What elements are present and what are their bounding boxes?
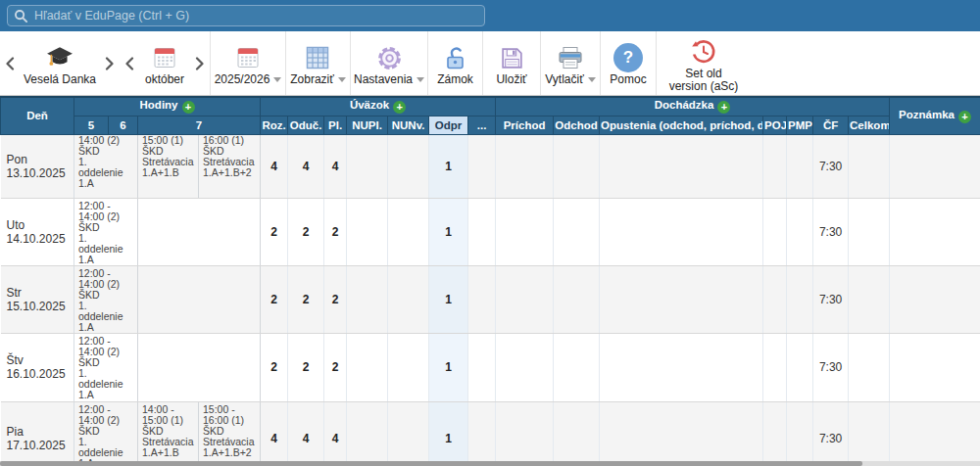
cell-prichod[interactable] [496, 401, 554, 466]
cell-more[interactable] [468, 401, 496, 466]
cell-cf[interactable]: 7:30 [813, 333, 849, 401]
cell-odpr[interactable]: 1 [429, 198, 468, 265]
cell-pmp[interactable] [787, 333, 813, 401]
cell-pl[interactable]: 2 [324, 265, 347, 333]
cell-poj[interactable] [763, 198, 787, 265]
cell-odchod[interactable] [554, 401, 600, 466]
cell-celkom[interactable] [849, 401, 890, 466]
cell-more[interactable] [468, 134, 496, 198]
cell-roz[interactable]: 2 [261, 333, 288, 401]
cell-poj[interactable] [763, 134, 787, 198]
cell-odchod[interactable] [554, 198, 600, 265]
cell-nunv[interactable] [388, 134, 429, 198]
lesson-cell[interactable]: 12:00 - 14:00 (2) ŠKD 1. oddelenie 1.A [74, 401, 138, 466]
cell-nunv[interactable] [388, 333, 429, 401]
cell-more[interactable] [468, 333, 496, 401]
cell-odchod[interactable] [554, 134, 600, 198]
cell-poj[interactable] [763, 401, 787, 466]
cell-pl[interactable]: 4 [324, 401, 347, 466]
cell-opustenia[interactable] [600, 401, 763, 466]
month-next-button[interactable] [190, 57, 210, 70]
add-dochadzka-button[interactable]: + [717, 101, 730, 114]
search-box[interactable] [7, 5, 485, 26]
print-button[interactable]: Vytlačiť [541, 36, 599, 90]
cell-pmp[interactable] [787, 198, 813, 265]
cell-more[interactable] [468, 198, 496, 265]
cell-pl[interactable]: 2 [324, 333, 347, 401]
cell-oduc[interactable]: 2 [288, 198, 324, 265]
cell-nupi[interactable] [347, 401, 388, 466]
lesson-cell[interactable] [138, 198, 261, 265]
view-button[interactable]: Zobraziť [286, 36, 350, 90]
cell-odpr[interactable]: 1 [429, 265, 468, 333]
add-hodiny-button[interactable]: + [182, 101, 195, 114]
lesson-cell[interactable]: 12:00 - 14:00 (2) ŠKD 1. oddelenie 1.A [74, 198, 138, 265]
cell-celkom[interactable] [849, 134, 890, 198]
cell-pl[interactable]: 4 [324, 134, 347, 198]
cell-prichod[interactable] [496, 265, 554, 333]
cell-nupi[interactable] [347, 265, 388, 333]
cell-opustenia[interactable] [600, 265, 763, 333]
cell-oduc[interactable]: 4 [288, 401, 324, 466]
cell-celkom[interactable] [849, 333, 890, 401]
cell-oduc[interactable]: 4 [288, 134, 324, 198]
cell-odpr[interactable]: 1 [429, 134, 468, 198]
cell-prichod[interactable] [496, 333, 554, 401]
cell-pmp[interactable] [787, 134, 813, 198]
cell-poznamka[interactable] [890, 134, 980, 198]
lesson-cell[interactable]: 14:00 - 15:00 (1) ŠKD Stretávacia 1.A+1.… [138, 401, 199, 466]
cell-poznamka[interactable] [890, 198, 980, 265]
cell-prichod[interactable] [496, 134, 554, 198]
cell-odchod[interactable] [554, 333, 600, 401]
cell-more[interactable] [468, 265, 496, 333]
cell-opustenia[interactable] [600, 198, 763, 265]
search-input[interactable] [34, 9, 478, 23]
cell-poznamka[interactable] [890, 401, 980, 466]
cell-odchod[interactable] [554, 265, 600, 333]
month-prev-button[interactable] [120, 57, 139, 70]
cell-nupi[interactable] [347, 134, 388, 198]
cell-nunv[interactable] [388, 401, 429, 466]
cell-poj[interactable] [763, 333, 787, 401]
lesson-cell[interactable]: 15:00 - 16:00 (1) ŠKD Stretávacia 1.A+1.… [199, 134, 261, 198]
cell-roz[interactable]: 4 [261, 401, 288, 466]
add-poznamka-button[interactable]: + [958, 111, 971, 123]
cell-roz[interactable]: 2 [261, 265, 288, 333]
lesson-cell[interactable]: 12:00 - 14:00 (2) ŠKD 1. oddelenie 1.A [74, 333, 138, 401]
lesson-cell[interactable]: 14:00 - 15:00 (1) ŠKD Stretávacia 1.A+1.… [138, 134, 199, 198]
year-selector[interactable]: 2025/2026 [211, 36, 285, 90]
lesson-cell[interactable]: 12:00 - 14:00 (2) ŠKD 1. oddelenie 1.A [74, 134, 138, 198]
cell-pmp[interactable] [787, 401, 813, 466]
teacher-selector[interactable]: Veselá Danka [20, 36, 100, 90]
month-selector[interactable]: október [139, 36, 190, 90]
cell-cf[interactable]: 7:30 [813, 401, 849, 466]
cell-roz[interactable]: 2 [261, 198, 288, 265]
lock-button[interactable]: Zámok [430, 36, 481, 90]
add-uvazok-button[interactable]: + [393, 101, 406, 114]
cell-celkom[interactable] [849, 265, 890, 333]
teacher-prev-button[interactable] [0, 57, 20, 70]
cell-opustenia[interactable] [600, 333, 763, 401]
settings-button[interactable]: Nastavenia [351, 36, 427, 90]
help-button[interactable]: ? Pomoc [603, 36, 654, 90]
cell-roz[interactable]: 4 [261, 134, 288, 198]
lesson-cell[interactable]: 15:00 - 16:00 (1) ŠKD Stretávacia 1.A+1.… [199, 401, 261, 466]
cell-pl[interactable]: 2 [324, 198, 347, 265]
cell-odpr[interactable]: 1 [429, 401, 468, 466]
cell-pmp[interactable] [787, 265, 813, 333]
cell-oduc[interactable]: 2 [288, 333, 324, 401]
cell-nupi[interactable] [347, 333, 388, 401]
lesson-cell[interactable] [138, 333, 261, 401]
cell-poznamka[interactable] [890, 333, 980, 401]
cell-poj[interactable] [763, 265, 787, 333]
cell-nunv[interactable] [388, 265, 429, 333]
set-old-version-button[interactable]: Set old version (aSc) [665, 30, 743, 97]
lesson-cell[interactable]: 12:00 - 14:00 (2) ŠKD 1. oddelenie 1.A [74, 265, 138, 333]
teacher-next-button[interactable] [100, 57, 120, 70]
save-button[interactable]: Uložiť [486, 36, 537, 90]
cell-cf[interactable]: 7:30 [813, 198, 849, 265]
cell-oduc[interactable]: 2 [288, 265, 324, 333]
cell-cf[interactable]: 7:30 [813, 134, 849, 198]
scrollbar-thumb[interactable] [0, 461, 862, 466]
cell-cf[interactable]: 7:30 [813, 265, 849, 333]
